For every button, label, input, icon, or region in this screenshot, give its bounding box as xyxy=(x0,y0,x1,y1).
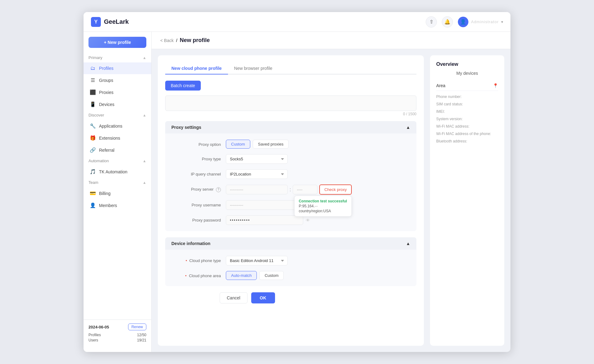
password-visibility-icon[interactable]: 👁 xyxy=(306,218,310,223)
proxy-settings-label: Proxy settings xyxy=(171,125,201,130)
sidebar-item-devices[interactable]: 📱 Devices xyxy=(84,98,151,110)
overview-panel: Overview My devices Area 📍 Phone number:… xyxy=(430,55,504,346)
cloud-phone-type-select[interactable]: Basic Edition Android 11 Basic Edition A… xyxy=(226,256,288,265)
proxy-username-label: Proxy username xyxy=(171,200,221,207)
top-bar-right: ⇧ 🔔 👤 Administrator ▾ xyxy=(426,16,503,28)
text-counter: 0 / 1500 xyxy=(165,112,416,116)
proxy-server-label: Proxy server ? xyxy=(171,184,221,192)
overview-bluetooth: Bluetooth address: xyxy=(436,139,498,143)
area-auto-match-button[interactable]: Auto-match xyxy=(226,271,257,280)
tab-bar: New cloud phone profile New browser prof… xyxy=(165,63,416,74)
device-info-section: Device information ▲ • Cloud phone type xyxy=(165,237,416,286)
renew-button[interactable]: Renew xyxy=(128,324,146,330)
ip-query-controls: IP2Location ipinfo.io ipapi.co xyxy=(226,169,410,179)
sidebar-item-referral[interactable]: 🔗 Referral xyxy=(84,144,151,156)
profile-name-textarea[interactable] xyxy=(165,95,416,111)
profiles-stat-label: Profiles xyxy=(88,333,101,337)
proxy-username-row: Proxy username xyxy=(171,200,410,210)
sidebar-section-primary-toggle[interactable]: ▲ xyxy=(143,56,146,60)
check-proxy-button[interactable]: Check proxy xyxy=(319,184,351,195)
sidebar-item-billing[interactable]: 💳 Billing xyxy=(84,187,151,199)
sidebar-section-automation-header: Automation ▲ xyxy=(84,156,151,166)
proxy-server-group: : Check proxy Connection test successful… xyxy=(226,184,352,195)
ok-button[interactable]: OK xyxy=(251,292,275,303)
batch-create-button[interactable]: Batch create xyxy=(165,81,201,91)
top-bar: Y GeeLark ⇧ 🔔 👤 Administrator ▾ xyxy=(84,12,510,32)
my-devices-label: My devices xyxy=(436,71,498,76)
profiles-stat-row: Profiles 12/50 xyxy=(88,333,146,337)
sidebar-section-automation-toggle[interactable]: ▲ xyxy=(143,159,146,163)
port-colon: : xyxy=(290,187,291,193)
area-section: Area 📍 xyxy=(436,81,498,91)
sidebar-section-primary-header: Primary ▲ xyxy=(84,53,151,62)
tab-browser[interactable]: New browser profile xyxy=(228,63,279,74)
content-area: < Back / New profile New cloud phone pro… xyxy=(152,32,510,352)
sidebar-item-proxies[interactable]: ⬛ Proxies xyxy=(84,86,151,98)
sidebar-bottom: 2024-06-05 Renew Profiles 12/50 Users 19… xyxy=(84,320,151,347)
proxy-settings-section: Proxy settings ▲ Proxy option Custom Sav… xyxy=(165,121,416,231)
system-version-label: System version: xyxy=(436,117,498,121)
proxy-username-input[interactable] xyxy=(226,200,303,210)
proxy-port-input[interactable] xyxy=(293,185,317,194)
sidebar-item-extensions-label: Extensions xyxy=(99,136,120,141)
proxy-server-controls: : Check proxy Connection test successful… xyxy=(226,184,410,195)
sidebar-section-team-label: Team xyxy=(88,180,98,185)
sidebar-section-team-toggle[interactable]: ▲ xyxy=(143,180,146,185)
ip-query-select[interactable]: IP2Location ipinfo.io ipapi.co xyxy=(226,169,288,179)
extensions-icon: 🎁 xyxy=(90,135,96,141)
cancel-button[interactable]: Cancel xyxy=(220,292,248,303)
sidebar-section-primary-label: Primary xyxy=(88,55,102,60)
sidebar: + New profile Primary ▲ 🗂 Profiles ☰ Gro… xyxy=(84,32,152,352)
overview-system-version: System version: xyxy=(436,117,498,121)
header-separator: / xyxy=(176,38,177,43)
device-info-collapse-icon: ▲ xyxy=(406,241,410,246)
proxy-option-custom-button[interactable]: Custom xyxy=(226,140,250,149)
app-window: Y GeeLark ⇧ 🔔 👤 Administrator ▾ + New pr… xyxy=(84,12,510,352)
device-info-label: Device information xyxy=(171,241,210,246)
back-link[interactable]: < Back xyxy=(160,38,174,43)
sidebar-item-applications[interactable]: 🔧 Applications xyxy=(84,120,151,132)
user-area[interactable]: 👤 Administrator ▾ xyxy=(458,17,503,27)
groups-icon: ☰ xyxy=(90,77,96,83)
proxy-option-saved-button[interactable]: Saved proxies xyxy=(253,140,289,149)
sidebar-item-members-label: Members xyxy=(99,203,117,208)
cloud-phone-type-label: • Cloud phone type xyxy=(171,256,221,263)
proxy-host-input[interactable] xyxy=(226,185,288,194)
sidebar-item-profiles[interactable]: 🗂 Profiles xyxy=(84,62,151,74)
proxy-type-controls: Socks5 HTTP HTTPS SOCKS4 xyxy=(226,154,410,164)
devices-icon: 📱 xyxy=(90,101,96,107)
members-icon: 👤 xyxy=(90,202,96,208)
sidebar-item-tk-automation[interactable]: 🎵 TK Automation xyxy=(84,166,151,178)
sidebar-item-extensions[interactable]: 🎁 Extensions xyxy=(84,132,151,144)
content-main: New cloud phone profile New browser prof… xyxy=(152,49,510,352)
user-name: Administrator xyxy=(471,19,499,24)
area-custom-button[interactable]: Custom xyxy=(259,271,284,280)
sidebar-item-members[interactable]: 👤 Members xyxy=(84,199,151,211)
device-info-header[interactable]: Device information ▲ xyxy=(165,237,416,250)
referral-icon: 🔗 xyxy=(90,147,96,153)
sidebar-section-automation-label: Automation xyxy=(88,159,109,163)
sidebar-item-groups-label: Groups xyxy=(99,78,113,83)
sidebar-item-applications-label: Applications xyxy=(99,124,123,129)
page-header: < Back / New profile xyxy=(152,32,510,49)
proxy-settings-header[interactable]: Proxy settings ▲ xyxy=(165,121,416,133)
overview-wifi-mac: Wi-Fi MAC address: xyxy=(436,124,498,129)
sidebar-item-referral-label: Referral xyxy=(99,148,114,153)
proxy-type-select[interactable]: Socks5 HTTP HTTPS SOCKS4 xyxy=(226,154,288,164)
upload-icon-btn[interactable]: ⇧ xyxy=(426,16,437,28)
sidebar-item-proxies-label: Proxies xyxy=(99,90,114,95)
proxy-server-help-icon[interactable]: ? xyxy=(216,187,221,192)
sidebar-section-primary: Primary ▲ 🗂 Profiles ☰ Groups ⬛ Proxies … xyxy=(84,53,151,110)
tab-cloud-phone[interactable]: New cloud phone profile xyxy=(165,63,228,74)
notification-icon-btn[interactable]: 🔔 xyxy=(442,16,453,28)
new-profile-button[interactable]: + New profile xyxy=(88,37,146,48)
sidebar-section-discover-toggle[interactable]: ▲ xyxy=(143,113,146,117)
sidebar-item-tk-automation-label: TK Automation xyxy=(99,169,127,174)
tk-automation-icon: 🎵 xyxy=(90,169,96,175)
overview-title: Overview xyxy=(436,61,498,67)
proxy-password-input[interactable] xyxy=(226,215,303,225)
sidebar-item-groups[interactable]: ☰ Groups xyxy=(84,74,151,86)
sidebar-section-automation: Automation ▲ 🎵 TK Automation xyxy=(84,156,151,178)
chevron-down-icon: ▾ xyxy=(501,20,503,24)
overview-wifi-mac-phone: Wi-Fi MAC address of the phone: xyxy=(436,132,498,136)
